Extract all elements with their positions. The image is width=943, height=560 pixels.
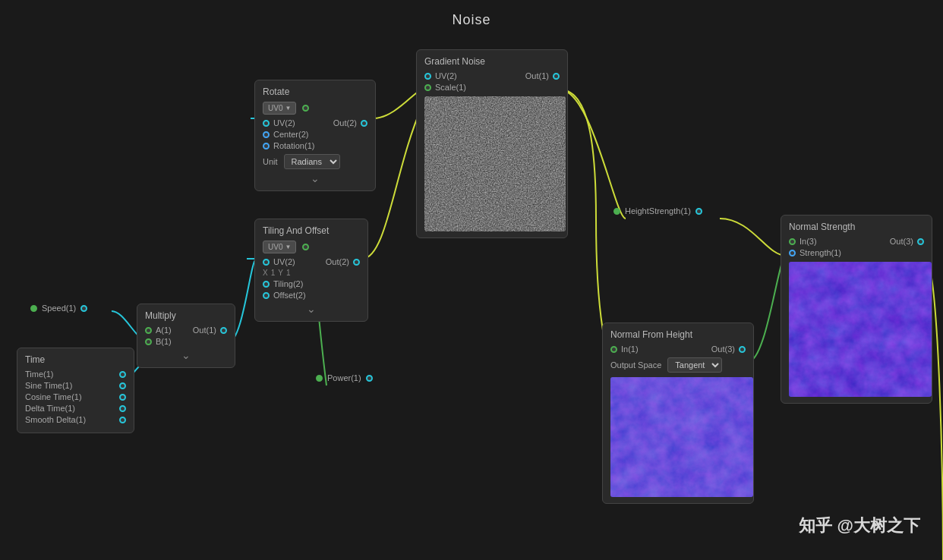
rotate-uv-badge[interactable]: UV0 (263, 102, 296, 115)
dot-speed-right (80, 305, 87, 312)
dot-multiply-b-in (145, 338, 152, 345)
dot-sine-time-out (119, 382, 126, 389)
dot-tiling-out (353, 259, 360, 266)
svg-rect-4 (789, 262, 932, 397)
x-val: 1 (271, 269, 276, 277)
node-normal-strength: Normal Strength In(3) Out(3) Strength(1) (781, 215, 932, 404)
y-val: 1 (286, 269, 291, 277)
dot-rotate-out (361, 120, 367, 127)
node-normal-from-height-title: Normal From Height (610, 329, 746, 340)
unit-label: Unit (263, 157, 278, 166)
dot-height-strength (613, 208, 620, 215)
node-gradient-title: Gradient Noise (424, 56, 560, 67)
dot-time-out (119, 371, 126, 378)
dot-smooth-delta-out (119, 417, 126, 423)
dot-tiling-tiling-in (263, 281, 270, 288)
dot-nfh-in (610, 346, 617, 353)
output-space-dropdown[interactable]: Tangent World Object (667, 357, 722, 373)
dot-height-strength-right (695, 208, 702, 215)
port-nfh-in: In(1) Out(3) (610, 344, 746, 354)
node-tiling-title: Tiling And Offset (263, 225, 360, 236)
port-multiply-b: B(1) (145, 337, 227, 346)
dot-nfh-out (739, 346, 746, 353)
node-normal-from-height: Normal From Height In(1) Out(3) Output S… (602, 322, 754, 504)
node-time: Time Time(1) Sine Time(1) Cosine Time(1)… (17, 348, 134, 433)
dot-tiling-offset-in (263, 292, 270, 299)
port-ns-in: In(3) Out(3) (789, 237, 924, 246)
dot-gradient-scale-in (424, 84, 431, 91)
node-speed: Speed(1) (30, 304, 87, 313)
node-gradient: Gradient Noise UV(2) Out(1) Scale(1) (416, 49, 568, 238)
dot-rotate-rotation-in (263, 143, 270, 149)
rotate-expand[interactable]: ⌄ (263, 172, 367, 184)
dot-ns-in (789, 238, 796, 245)
dot-multiply-out (220, 327, 227, 334)
unit-dropdown[interactable]: Radians Degrees (284, 154, 340, 169)
dot-gradient-uv-in (424, 73, 431, 80)
port-sine-time: Sine Time(1) (25, 381, 126, 390)
dot-cosine-time-out (119, 394, 126, 401)
page-title: Noise (452, 12, 490, 28)
tiling-uv-badge[interactable]: UV0 (263, 241, 296, 253)
port-time: Time(1) (25, 370, 126, 379)
node-multiply-title: Multiply (145, 310, 227, 321)
power-label: Power(1) (327, 373, 361, 382)
watermark: 知乎 @大树之下 (799, 514, 920, 537)
dot-rotate-center-in (263, 131, 270, 138)
speed-label: Speed(1) (42, 304, 76, 313)
dot-multiply-a-in (145, 327, 152, 334)
svg-rect-2 (610, 377, 753, 497)
gradient-preview (424, 96, 566, 231)
dot-gradient-out (553, 73, 560, 80)
node-rotate: Rotate UV0 UV(2) Out(2) Center(2) Rotati… (254, 80, 376, 191)
dot-tiling-uv-in (263, 259, 270, 266)
node-tiling: Tiling And Offset UV0 UV(2) Out(2) X 1 Y… (254, 219, 368, 322)
port-rotate-uv: UV(2) Out(2) (263, 118, 367, 127)
port-rotate-center: Center(2) (263, 130, 367, 139)
port-gradient-scale: Scale(1) (424, 83, 560, 92)
port-cosine-time: Cosine Time(1) (25, 392, 126, 401)
node-height-strength: HeightStrength(1) (613, 206, 702, 216)
port-gradient-uv: UV(2) Out(1) (424, 71, 560, 80)
tiling-expand[interactable]: ⌄ (263, 303, 360, 315)
dot-ns-out (917, 238, 924, 245)
height-strength-label: HeightStrength(1) (625, 206, 691, 216)
output-space-label: Output Space (610, 360, 661, 370)
node-normal-strength-title: Normal Strength (789, 222, 924, 232)
port-ns-strength: Strength(1) (789, 248, 924, 257)
dot-power-right (366, 375, 373, 382)
dot-tiling-uv-connector (302, 244, 309, 250)
port-smooth-delta: Smooth Delta(1) (25, 415, 126, 424)
port-tiling-offset: Offset(2) (263, 291, 360, 300)
port-tiling-tiling: Tiling(2) (263, 279, 360, 288)
x-label: X (263, 269, 268, 277)
svg-rect-0 (424, 96, 566, 231)
normal-strength-preview (789, 262, 932, 397)
port-delta-time: Delta Time(1) (25, 404, 126, 413)
node-power: Power(1) (316, 373, 373, 382)
port-tiling-uv: UV(2) Out(2) (263, 257, 360, 266)
dot-rotate-uv-connector (302, 105, 309, 112)
dot-delta-time-out (119, 405, 126, 412)
node-time-title: Time (25, 354, 126, 365)
node-rotate-title: Rotate (263, 87, 367, 97)
multiply-expand[interactable]: ⌄ (145, 349, 227, 361)
dot-rotate-uv-in (263, 120, 270, 127)
dot-speed (30, 305, 37, 312)
dot-ns-strength-in (789, 250, 796, 256)
normal-from-height-preview (610, 377, 753, 497)
node-multiply: Multiply A(1) Out(1) B(1) ⌄ (137, 304, 235, 368)
port-rotate-rotation: Rotation(1) (263, 141, 367, 150)
dot-power (316, 375, 323, 382)
y-label: Y (278, 269, 283, 277)
port-multiply-a: A(1) Out(1) (145, 326, 227, 335)
